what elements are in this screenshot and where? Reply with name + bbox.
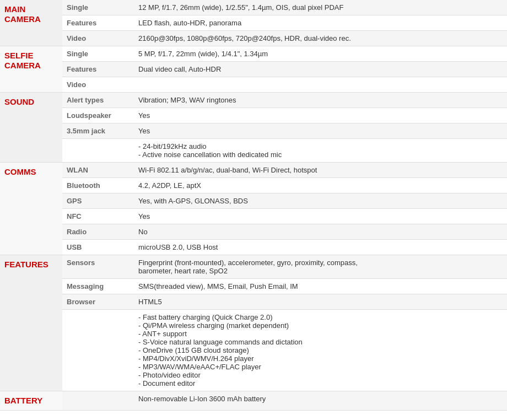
spec-value: LED flash, auto-HDR, panorama: [134, 15, 507, 31]
spec-label: WLAN: [62, 163, 134, 178]
spec-value: 12 MP, f/1.7, 26mm (wide), 1/2.55", 1.4µ…: [134, 0, 507, 15]
spec-label: Alert types: [62, 93, 134, 108]
spec-value: 4.2, A2DP, LE, aptX: [134, 178, 507, 193]
spec-value: microUSB 2.0, USB Host: [134, 240, 507, 255]
spec-label: [62, 139, 134, 163]
spec-label: Messaging: [62, 279, 134, 294]
spec-label: Video: [62, 31, 134, 46]
spec-label: [62, 391, 134, 411]
spec-label: 3.5mm jack: [62, 123, 134, 139]
spec-label: Browser: [62, 294, 134, 310]
spec-label: Features: [62, 15, 134, 31]
spec-label: Single: [62, 46, 134, 62]
spec-label: Video: [62, 77, 134, 93]
spec-label: Features: [62, 62, 134, 77]
spec-value: Dual video call, Auto-HDR: [134, 62, 507, 77]
spec-value: 2160p@30fps, 1080p@60fps, 720p@240fps, H…: [134, 31, 507, 46]
spec-value: Yes: [134, 108, 507, 123]
spec-label: Bluetooth: [62, 178, 134, 193]
spec-value: Non-removable Li-Ion 3600 mAh battery: [134, 391, 507, 411]
spec-label: Single: [62, 0, 134, 15]
spec-value: - 24-bit/192kHz audio- Active noise canc…: [134, 139, 507, 163]
specs-table: MAINCAMERASingle12 MP, f/1.7, 26mm (wide…: [0, 0, 507, 411]
spec-value: Vibration; MP3, WAV ringtones: [134, 93, 507, 108]
spec-value: Fingerprint (front-mounted), acceleromet…: [134, 255, 507, 279]
category-features: FEATURES: [0, 255, 62, 391]
spec-label: Radio: [62, 224, 134, 240]
spec-label: Sensors: [62, 255, 134, 279]
spec-label: GPS: [62, 193, 134, 209]
spec-label: NFC: [62, 209, 134, 224]
category-battery: BATTERY: [0, 391, 62, 411]
spec-value: Yes, with A-GPS, GLONASS, BDS: [134, 193, 507, 209]
spec-label: Loudspeaker: [62, 108, 134, 123]
spec-label: [62, 310, 134, 391]
category-comms: COMMS: [0, 163, 62, 255]
spec-value: Wi-Fi 802.11 a/b/g/n/ac, dual-band, Wi-F…: [134, 163, 507, 178]
category-sound: SOUND: [0, 93, 62, 163]
spec-value: Yes: [134, 209, 507, 224]
spec-value: [134, 77, 507, 93]
spec-value: - Fast battery charging (Quick Charge 2.…: [134, 310, 507, 391]
category-selfie-camera: SELFIECAMERA: [0, 46, 62, 93]
spec-value: No: [134, 224, 507, 240]
spec-label: USB: [62, 240, 134, 255]
spec-value: HTML5: [134, 294, 507, 310]
category-main-camera: MAINCAMERA: [0, 0, 62, 46]
spec-value: 5 MP, f/1.7, 22mm (wide), 1/4.1", 1.34µm: [134, 46, 507, 62]
spec-value: Yes: [134, 123, 507, 139]
spec-value: SMS(threaded view), MMS, Email, Push Ema…: [134, 279, 507, 294]
